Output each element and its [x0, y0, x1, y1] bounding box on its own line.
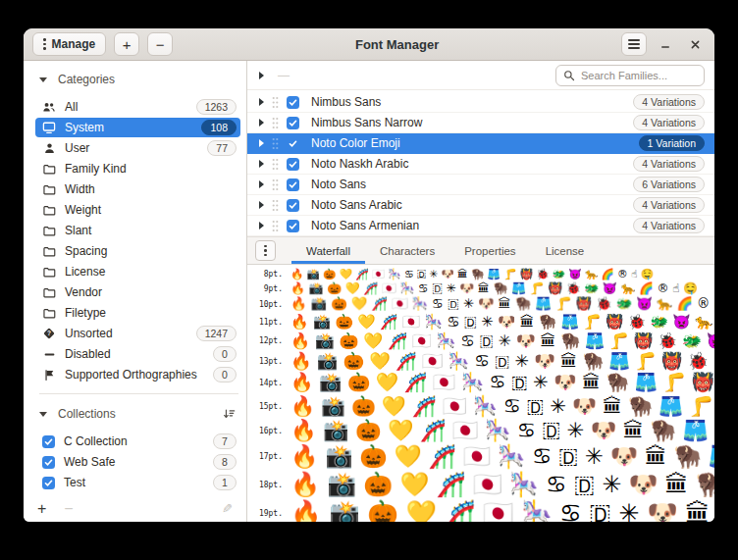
drag-handle-icon[interactable] — [272, 158, 279, 171]
collection-checkbox[interactable] — [42, 435, 55, 448]
expander-right-icon[interactable] — [259, 160, 264, 168]
search-field[interactable] — [555, 65, 705, 86]
expander-right-icon[interactable] — [259, 180, 264, 188]
kebab-menu-icon — [264, 245, 267, 257]
family-checkbox[interactable] — [287, 220, 299, 232]
sidebar-category-item[interactable]: All 1263 — [35, 97, 240, 117]
font-family-row[interactable]: Noto Sans Arabic 4 Variations — [247, 195, 714, 216]
search-input[interactable] — [581, 70, 697, 81]
category-label: License — [65, 265, 105, 279]
waterfall-preview[interactable]: 8pt. 🔥📸🎃💛🎢🇯🇵🎠♋🇩✳🐶🏛🦬🩳🦵👹🐞🐲👿🐆🌈®☝🤤 9pt. 🔥📸🎃💛… — [247, 265, 714, 522]
drag-handle-icon[interactable] — [272, 199, 279, 212]
family-checkbox[interactable] — [287, 96, 299, 109]
sidebar-collection-item[interactable]: Web Safe 8 — [35, 452, 240, 472]
expander-right-icon[interactable] — [259, 201, 264, 209]
family-checkbox[interactable] — [287, 137, 299, 150]
family-checkbox[interactable] — [287, 158, 299, 171]
tab-list: Waterfall Characters Properties License — [291, 237, 599, 264]
drag-handle-icon[interactable] — [272, 178, 279, 191]
app-menu-button[interactable] — [621, 32, 647, 56]
font-family-row[interactable]: Noto Sans 6 Variations — [247, 175, 714, 195]
sidebar-collection-item[interactable]: C Collection 7 — [35, 432, 240, 451]
expander-right-icon[interactable] — [259, 98, 264, 106]
folder-icon — [42, 285, 56, 299]
sort-collections-button[interactable] — [222, 407, 237, 421]
font-family-row[interactable]: Noto Sans Armenian 4 Variations — [247, 216, 714, 236]
edit-pencil-icon[interactable]: ✎ — [222, 501, 233, 516]
emoji-sample-text: 🔥📸🎃💛🎢🇯🇵🎠♋🇩✳🐶🏛🦬🩳🦵👹🐞🐲👿🐆🌈®☝🤤 — [290, 332, 714, 350]
count-badge: 0 — [213, 367, 237, 382]
sidebar-category-item[interactable]: Supported Orthographies 0 — [35, 365, 240, 384]
category-label: Spacing — [65, 244, 107, 258]
add-fonts-button[interactable]: + — [114, 32, 139, 56]
category-label: Width — [65, 182, 95, 196]
drag-handle-icon[interactable] — [272, 137, 279, 150]
point-size-label: 15pt. — [247, 402, 283, 411]
waterfall-row: 16pt. 🔥📸🎃💛🎢🇯🇵🎠♋🇩✳🐶🏛🦬🩳🦵👹🐞🐲👿🐆🌈®☝🤤 — [247, 418, 714, 443]
expander-right-icon[interactable] — [259, 119, 264, 127]
family-checkbox[interactable] — [287, 199, 299, 212]
close-button[interactable] — [684, 33, 706, 55]
collection-checkbox[interactable] — [42, 477, 55, 489]
count-badge: 1247 — [196, 326, 237, 341]
sidebar-separator — [39, 393, 238, 394]
emoji-sample-text: 🔥📸🎃💛🎢🇯🇵🎠♋🇩✳🐶🏛🦬🩳🦵👹🐞🐲👿🐆🌈®☝🤤 — [290, 395, 714, 417]
expander-right-icon[interactable] — [259, 222, 264, 229]
expand-all-icon[interactable] — [259, 72, 264, 79]
sidebar-category-item[interactable]: Slant — [35, 221, 240, 240]
add-collection-button[interactable]: + — [37, 501, 46, 517]
minimize-button[interactable] — [655, 33, 676, 55]
sidebar-category-item[interactable]: ? Unsorted 1247 — [35, 324, 240, 343]
sidebar-collection-item[interactable]: Test 1 — [35, 473, 240, 492]
family-name: Noto Color Emoji — [311, 136, 400, 150]
family-checkbox[interactable] — [287, 117, 299, 129]
variations-badge: 4 Variations — [633, 156, 705, 172]
expander-right-icon[interactable] — [259, 139, 264, 147]
font-family-row[interactable]: Nimbus Sans Narrow 4 Variations — [247, 113, 714, 133]
manage-button[interactable]: Manage — [32, 32, 106, 56]
font-family-row[interactable]: Nimbus Sans 4 Variations — [247, 92, 714, 113]
drag-handle-icon[interactable] — [272, 96, 279, 109]
collections-header[interactable]: Collections — [24, 402, 246, 426]
sidebar-category-item[interactable]: Filetype — [35, 303, 240, 323]
diamond-question-icon: ? — [42, 327, 56, 340]
sidebar-category-item[interactable]: Family Kind — [35, 159, 240, 178]
font-manager-window: Manage + − Font Manager — [24, 28, 714, 522]
collection-label: C Collection — [64, 434, 128, 448]
remove-collection-button[interactable]: − — [64, 501, 73, 517]
collection-checkbox[interactable] — [42, 456, 55, 469]
headerbar: Manage + − Font Manager — [24, 28, 714, 61]
preview-menu-button[interactable] — [255, 240, 276, 261]
category-label: Vendor — [65, 285, 102, 299]
sidebar-category-item[interactable]: Width — [35, 179, 240, 199]
expander-down-icon — [39, 412, 47, 417]
sidebar-category-item[interactable]: License — [35, 262, 240, 281]
family-name: Noto Sans — [311, 178, 366, 191]
preview-tabbar: Waterfall Characters Properties License — [247, 236, 714, 265]
tab-properties[interactable]: Properties — [449, 237, 530, 264]
emoji-sample-text: 🔥📸🎃💛🎢🇯🇵🎠♋🇩✳🐶🏛🦬🩳🦵👹🐞🐲👿🐆🌈®☝🤤 — [290, 419, 714, 442]
sidebar-category-item[interactable]: System 108 — [35, 118, 240, 137]
sidebar-category-item[interactable]: Weight — [35, 200, 240, 220]
tab-waterfall[interactable]: Waterfall — [291, 237, 365, 264]
check-icon — [44, 479, 53, 487]
category-label: Disabled — [65, 347, 111, 361]
hamburger-icon — [628, 39, 640, 49]
font-family-row[interactable]: Noto Color Emoji 1 Variation — [247, 133, 714, 154]
categories-header[interactable]: Categories — [24, 68, 246, 91]
sidebar-category-item[interactable]: Vendor — [35, 282, 240, 302]
font-family-list: Nimbus Sans 4 Variations Nimbus Sans Nar… — [247, 90, 714, 236]
sidebar-category-item[interactable]: Disabled 0 — [35, 344, 240, 364]
drag-handle-icon[interactable] — [272, 117, 279, 129]
check-icon — [289, 222, 297, 230]
drag-handle-icon[interactable] — [272, 220, 279, 232]
remove-fonts-button[interactable]: − — [147, 32, 173, 56]
sidebar-category-item[interactable]: User 77 — [35, 138, 240, 158]
family-checkbox[interactable] — [287, 178, 299, 191]
font-family-row[interactable]: Noto Naskh Arabic 4 Variations — [247, 154, 714, 175]
check-icon — [44, 458, 53, 467]
tab-license[interactable]: License — [531, 237, 600, 264]
tab-characters[interactable]: Characters — [365, 237, 449, 264]
sidebar-category-item[interactable]: Spacing — [35, 241, 240, 261]
sidebar-scroll[interactable]: Categories All 1263 System 108 User 77 F… — [24, 61, 246, 495]
